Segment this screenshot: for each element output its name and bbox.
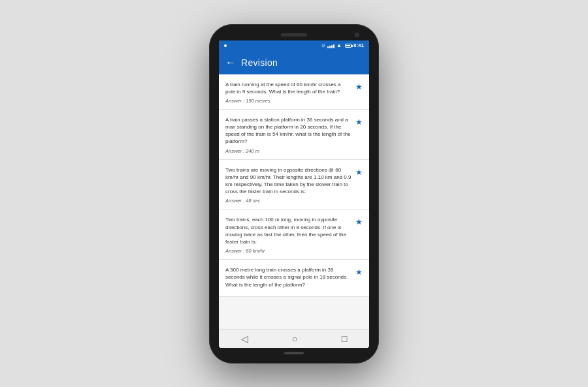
question-item[interactable]: Two trains are moving in opposite direct… — [219, 160, 369, 210]
status-right: ⊙ ▲ 8:41 — [321, 42, 364, 48]
phone-speaker — [281, 33, 307, 37]
question-text: Two trains are moving in opposite direct… — [225, 166, 351, 196]
question-text: Two trains, each 100 m long, moving in o… — [225, 216, 351, 245]
star-icon[interactable]: ★ — [355, 168, 363, 177]
status-dot — [224, 44, 227, 47]
phone-top-bar — [216, 33, 372, 37]
app-bar-title: Revision — [241, 57, 278, 68]
home-indicator — [284, 352, 304, 354]
star-icon[interactable]: ★ — [355, 268, 363, 277]
answer-text: Answer : 60 km/hr — [225, 248, 351, 254]
star-icon[interactable]: ★ — [355, 217, 363, 226]
question-text-block: Two trains are moving in opposite direct… — [225, 166, 351, 204]
back-button[interactable]: ← — [225, 57, 236, 69]
question-item[interactable]: A train running at the speed of 60 km/hr… — [219, 74, 369, 110]
phone-screen: ⊙ ▲ 8:41 ← Revision A train run — [219, 40, 369, 348]
question-item[interactable]: Two trains, each 100 m long, moving in o… — [219, 209, 369, 260]
nav-home-icon[interactable]: ○ — [292, 333, 297, 344]
nav-bar: ◁ ○ □ — [219, 329, 369, 348]
time-display: 8:41 — [353, 42, 364, 48]
question-text: A train passes a station platform in 36 … — [225, 116, 351, 146]
answer-text: Answer : 150 metres — [225, 98, 351, 104]
wifi-icon: ▲ — [336, 42, 342, 48]
question-text-block: Two trains, each 100 m long, moving in o… — [225, 216, 351, 254]
status-left — [224, 44, 227, 47]
answer-text: Answer : 240 m — [225, 148, 351, 154]
phone-camera — [355, 33, 359, 37]
star-icon[interactable]: ★ — [355, 117, 363, 127]
question-item[interactable]: A 300 metre long train crosses a platfor… — [219, 260, 369, 297]
answer-text: Answer : 48 sec — [225, 198, 351, 204]
question-item[interactable]: A train passes a station platform in 36 … — [219, 110, 369, 160]
star-icon[interactable]: ★ — [355, 82, 363, 91]
status-bar: ⊙ ▲ 8:41 — [219, 40, 369, 51]
phone-bottom-bar — [216, 352, 372, 354]
content-area: A train running at the speed of 60 km/hr… — [219, 74, 369, 329]
battery-icon — [345, 44, 351, 48]
question-text-block: A train running at the speed of 60 km/hr… — [225, 81, 351, 104]
question-text-block: A train passes a station platform in 36 … — [225, 116, 351, 154]
phone-device: ⊙ ▲ 8:41 ← Revision A train run — [209, 24, 379, 364]
question-text: A 300 metre long train crosses a platfor… — [225, 266, 351, 288]
nav-back-icon[interactable]: ◁ — [241, 333, 248, 344]
location-icon: ⊙ — [321, 43, 325, 48]
app-bar: ← Revision — [219, 51, 369, 74]
signal-bars — [327, 43, 335, 48]
question-text-block: A 300 metre long train crosses a platfor… — [225, 266, 351, 291]
question-text: A train running at the speed of 60 km/hr… — [225, 81, 351, 95]
nav-recent-icon[interactable]: □ — [342, 333, 347, 344]
